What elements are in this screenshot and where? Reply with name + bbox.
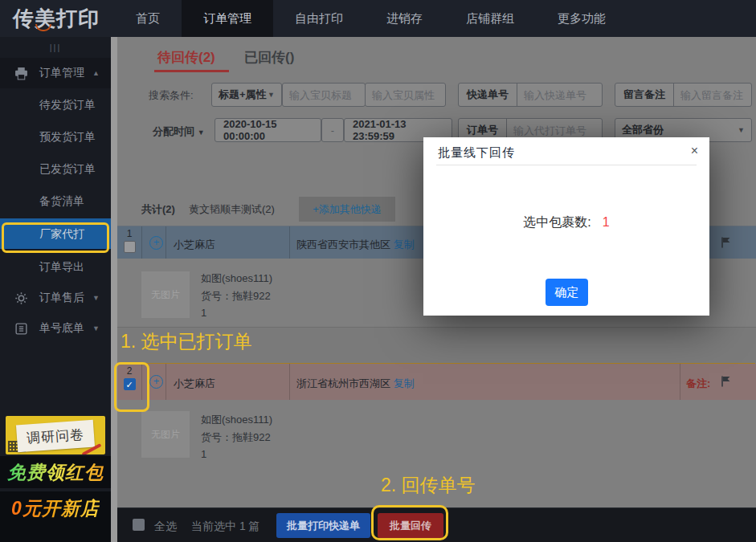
product-title: 如图(shoes111): [201, 413, 272, 427]
express-no-label: 快递单号: [459, 84, 517, 106]
assign-time-select[interactable]: 分配时间 ▼: [153, 124, 205, 139]
shop-name: 小芝麻店: [174, 377, 215, 391]
sidebar-item-order-export[interactable]: 订单导出: [0, 251, 111, 283]
courier-group-label[interactable]: 黄文韬顺丰测试(2): [189, 202, 275, 217]
item-attr-input[interactable]: [366, 89, 445, 101]
batch-upload-button[interactable]: 批量回传: [378, 513, 443, 538]
order-index: 2: [119, 365, 140, 377]
select-all-label: 全选: [154, 520, 177, 534]
product-qty: 1: [201, 307, 206, 319]
order-no-input[interactable]: [507, 124, 602, 137]
sidebar-group-label: 订单管理: [39, 66, 84, 80]
flag-icon[interactable]: [720, 236, 733, 249]
order-gap: [117, 328, 756, 363]
add-other-express-button[interactable]: +添加其他快递: [299, 197, 395, 222]
nav-item-more-features[interactable]: 更多功能: [536, 0, 627, 37]
survey-banner[interactable]: 调研问卷: [6, 416, 105, 454]
bottom-action-bar: 全选 当前选中 1 篇 批量打印快递单 批量回传: [117, 507, 756, 542]
app-logo-text: 传美打印: [13, 5, 100, 33]
nav-item-order-management[interactable]: 订单管理: [182, 0, 273, 37]
nav-item-home[interactable]: 首页: [114, 0, 182, 37]
expand-plus-icon[interactable]: +: [149, 375, 163, 389]
total-count-label: 共计(2): [141, 202, 175, 217]
nav-item-label: 更多功能: [558, 11, 606, 26]
nav-item-label: 订单管理: [203, 11, 251, 26]
nav-item-free-print[interactable]: 自由打印: [273, 0, 365, 37]
item-title-input[interactable]: [283, 89, 365, 101]
search-condition-label: 搜索条件:: [149, 88, 194, 103]
top-navbar: 传美打印 首页 订单管理 自由打印 进销存 店铺群组 更多功能: [0, 0, 756, 37]
select-all-checkbox[interactable]: [133, 519, 145, 531]
sidebar-item-stock-list[interactable]: 备货清单: [0, 185, 111, 217]
order-checkbox-checked[interactable]: ✓: [124, 378, 136, 390]
nav-item-label: 进销存: [386, 11, 423, 26]
date-from-input[interactable]: 2020-10-15 00:00:00: [215, 118, 321, 142]
message-remark-input[interactable]: [674, 89, 751, 101]
sidebar-collapse-handle[interactable]: |||: [0, 37, 111, 58]
sidebar-group-aftersale[interactable]: 订单售后 ▼: [0, 283, 111, 313]
product-sku: 货号：拖鞋922: [201, 430, 271, 445]
redpacket-promo-banner[interactable]: 免费领红包: [0, 456, 111, 488]
sidebar-item-factory-print[interactable]: 厂家代打: [0, 218, 111, 249]
search-type-select[interactable]: 标题+属性 ▼: [211, 83, 282, 107]
app-logo: 传美打印: [0, 0, 114, 37]
sidebar-scrollbar[interactable]: [111, 37, 117, 542]
close-icon[interactable]: ×: [691, 144, 698, 158]
nav-item-inventory[interactable]: 进销存: [365, 0, 444, 37]
list-icon: [14, 322, 28, 336]
sidebar-item-preship[interactable]: 预发货订单: [0, 120, 111, 153]
message-remark-field: 留言备注: [615, 83, 752, 107]
product-sku: 货号：拖鞋922: [201, 289, 271, 304]
add-express-label: +添加其他快递: [313, 202, 382, 217]
tab-label: 已回传(): [244, 50, 294, 65]
assign-time-label: 分配时间: [153, 125, 194, 137]
newshop-promo-banner[interactable]: 0元开新店: [0, 491, 111, 525]
address-text: 陕西省西安市其他区: [296, 238, 390, 251]
sidebar-group-order-management[interactable]: 订单管理 ▲: [0, 58, 111, 88]
check-glyph: ✓: [125, 380, 133, 389]
sidebar-item-label: 预发货订单: [39, 130, 96, 143]
batch-print-button[interactable]: 批量打印快递单: [276, 513, 370, 538]
plus-glyph: +: [153, 375, 160, 387]
sidebar-item-pending-ship[interactable]: 待发货订单: [0, 88, 111, 120]
shop-name: 小芝麻店: [174, 238, 215, 252]
plus-glyph: +: [153, 236, 160, 248]
confirm-button[interactable]: 确定: [546, 279, 588, 306]
nav-item-shop-group[interactable]: 店铺群组: [444, 0, 536, 37]
message-remark-label: 留言备注: [615, 84, 674, 106]
order-address: 浙江省杭州市西湖区 复制: [296, 377, 415, 391]
redpacket-promo-label: 免费领红包: [7, 460, 104, 485]
date-separator-glyph: -: [331, 124, 334, 137]
sidebar: ||| 订单管理 ▲ 待发货订单 预发货订单 已发货订单 备货清单 厂家代打 订…: [0, 37, 111, 542]
selected-count-info: 当前选中 1 篇: [191, 520, 260, 534]
nav-item-label: 首页: [136, 11, 160, 26]
order-row-header: 2 ✓ + 小芝麻店 浙江省杭州市西湖区 复制 备注:: [117, 364, 756, 400]
collapse-icon: |||: [50, 43, 62, 52]
selected-package-label: 选中包裹数:: [523, 215, 590, 229]
active-tab-underline: [154, 70, 229, 72]
nav-item-label: 店铺群组: [466, 11, 514, 26]
express-no-input[interactable]: [517, 89, 602, 101]
address-text: 浙江省杭州市西湖区: [296, 377, 390, 389]
sidebar-group-receipt[interactable]: 单号底单 ▼: [0, 313, 111, 344]
newshop-promo-label: 0元开新店: [11, 496, 100, 521]
confirm-label: 确定: [555, 285, 579, 300]
sidebar-item-label: 已发货订单: [39, 162, 96, 175]
province-value: 全部省份: [622, 123, 664, 137]
no-image-placeholder: 无图片: [141, 271, 190, 318]
sidebar-group-label: 单号底单: [39, 321, 84, 336]
printer-icon: [14, 67, 28, 80]
sidebar-item-shipped[interactable]: 已发货订单: [0, 153, 111, 185]
item-title-field: [282, 83, 366, 107]
tab-pending-upload[interactable]: 待回传(2): [157, 48, 215, 67]
copy-link[interactable]: 复制: [394, 238, 415, 251]
copy-link[interactable]: 复制: [394, 377, 415, 389]
order-checkbox[interactable]: [124, 241, 136, 253]
no-image-placeholder: 无图片: [141, 411, 190, 458]
tab-uploaded[interactable]: 已回传(): [244, 48, 294, 67]
chevron-down-icon: ▼: [92, 324, 100, 332]
expand-plus-icon[interactable]: +: [149, 236, 163, 250]
chevron-down-icon: ▼: [268, 91, 275, 99]
flag-icon[interactable]: [720, 375, 733, 388]
chevron-down-icon: ▼: [738, 126, 745, 134]
